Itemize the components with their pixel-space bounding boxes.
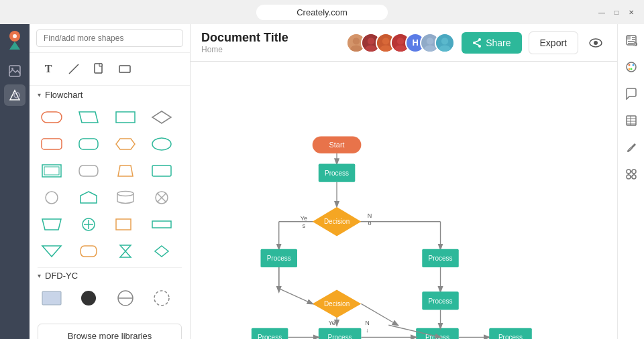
svg-point-42 <box>154 291 169 306</box>
svg-point-21 <box>46 192 58 204</box>
svg-point-126 <box>627 62 636 72</box>
minimize-button[interactable]: — <box>597 7 606 17</box>
shape-item-12[interactable] <box>148 159 176 183</box>
image-icon[interactable] <box>4 60 25 82</box>
shape-item-21[interactable] <box>38 239 66 263</box>
shape-item-6[interactable] <box>74 132 103 156</box>
right-panel: ⚙ <box>617 24 644 339</box>
svg-line-6 <box>69 64 78 74</box>
canvas-area: Document Title Home <box>191 24 617 339</box>
shape-item-11[interactable] <box>111 159 140 183</box>
shape-item-23[interactable] <box>111 239 140 263</box>
svg-point-129 <box>630 68 632 70</box>
flowchart-section-header[interactable]: ▾ Flowchart <box>38 90 182 100</box>
svg-point-56 <box>427 38 433 44</box>
share-button[interactable]: Share <box>462 32 521 54</box>
palette-panel-icon[interactable] <box>621 56 642 78</box>
svg-point-136 <box>627 170 631 174</box>
rect-tool[interactable] <box>114 58 136 80</box>
title-bar: Creately.com — □ ✕ <box>0 0 644 24</box>
shape-item-9[interactable] <box>38 159 66 183</box>
cylinder-shape[interactable] <box>111 186 140 210</box>
svg-point-59 <box>441 38 448 44</box>
svg-marker-1 <box>9 42 20 50</box>
dfd-item-2[interactable] <box>74 286 103 310</box>
brush-panel-icon[interactable] <box>621 137 642 158</box>
shape-item-18[interactable] <box>74 212 103 236</box>
header-actions: H Share Export <box>346 31 606 54</box>
svg-rect-34 <box>152 221 171 228</box>
shape-item-13[interactable] <box>38 186 66 210</box>
text-tool[interactable]: T <box>38 58 59 80</box>
logo[interactable] <box>4 29 25 51</box>
flowchart-canvas: Start Process Decision Ye s N o Process … <box>191 62 617 339</box>
shape-panel: T ▾ Flowchart <box>30 24 191 339</box>
dfd-label: DFD-YC <box>45 271 78 281</box>
svg-marker-12 <box>152 111 171 123</box>
connect-panel-icon[interactable] <box>621 163 642 185</box>
svg-marker-22 <box>80 192 97 203</box>
parallelogram-shape[interactable] <box>74 105 103 129</box>
svg-point-128 <box>632 64 634 66</box>
shape-item-7[interactable] <box>111 132 140 156</box>
svg-point-2 <box>13 34 17 38</box>
search-input[interactable] <box>36 29 183 47</box>
dfd-section-header[interactable]: ▾ DFD-YC <box>38 271 182 281</box>
svg-point-137 <box>632 175 636 179</box>
shape-item-22[interactable] <box>74 239 103 263</box>
shape-item-19[interactable] <box>111 212 140 236</box>
document-title: Document Title <box>201 31 338 45</box>
line-tool[interactable] <box>63 58 85 80</box>
svg-text:Ye: Ye <box>329 320 335 326</box>
terminal-shape[interactable] <box>38 105 66 129</box>
svg-text:Start: Start <box>329 141 345 149</box>
flowchart-section: ▾ Flowchart <box>30 86 190 318</box>
svg-text:Process: Process <box>258 334 282 339</box>
flowchart-shapes <box>38 105 182 263</box>
export-button[interactable]: Export <box>529 31 578 54</box>
decision-shape[interactable] <box>148 105 176 129</box>
svg-text:Decision: Decision <box>324 218 350 225</box>
svg-text:s: s <box>303 222 306 229</box>
preview-button[interactable] <box>585 32 606 54</box>
svg-marker-29 <box>42 219 61 230</box>
canvas-content[interactable]: Start Process Decision Ye s N o Process … <box>191 62 617 339</box>
share-label: Share <box>486 38 511 48</box>
shape-item-24[interactable] <box>148 239 176 263</box>
svg-point-53 <box>397 38 404 44</box>
table-panel-icon[interactable] <box>621 110 642 131</box>
svg-line-110 <box>279 289 313 304</box>
shape-item-16[interactable] <box>148 186 176 210</box>
svg-point-127 <box>628 64 630 66</box>
flowchart-label: Flowchart <box>45 90 83 100</box>
svg-point-67 <box>594 41 598 45</box>
maximize-button[interactable]: □ <box>612 7 621 17</box>
browse-libraries-button[interactable]: Browse more libraries <box>38 324 182 339</box>
shapes-icon[interactable] <box>4 84 25 106</box>
shape-item-8[interactable] <box>148 132 176 156</box>
svg-marker-35 <box>42 246 61 257</box>
shape-item-20[interactable] <box>148 212 176 236</box>
svg-text:N: N <box>365 320 370 326</box>
avatar-6 <box>435 33 455 53</box>
process-shape[interactable] <box>111 105 140 129</box>
shape-item-10[interactable] <box>74 159 103 183</box>
template-panel-icon[interactable]: ⚙ <box>621 29 642 51</box>
app-body: T ▾ Flowchart <box>0 24 644 339</box>
close-button[interactable]: ✕ <box>627 7 636 17</box>
dfd-item-1[interactable] <box>38 286 66 310</box>
shape-item-5[interactable] <box>38 132 66 156</box>
page-tool[interactable] <box>89 58 110 80</box>
svg-rect-38 <box>42 291 61 305</box>
dfd-item-4[interactable] <box>148 286 176 310</box>
dfd-shapes <box>38 286 182 310</box>
dfd-item-3[interactable] <box>111 286 140 310</box>
svg-rect-8 <box>119 66 130 72</box>
svg-text:Process: Process <box>428 297 452 305</box>
svg-text:Process: Process <box>328 334 352 339</box>
url-bar[interactable]: Creately.com <box>256 5 388 20</box>
chevron-icon: ▾ <box>38 91 41 98</box>
shape-item-17[interactable] <box>38 212 66 236</box>
shape-item-14[interactable] <box>74 186 103 210</box>
comment-panel-icon[interactable] <box>621 83 642 105</box>
